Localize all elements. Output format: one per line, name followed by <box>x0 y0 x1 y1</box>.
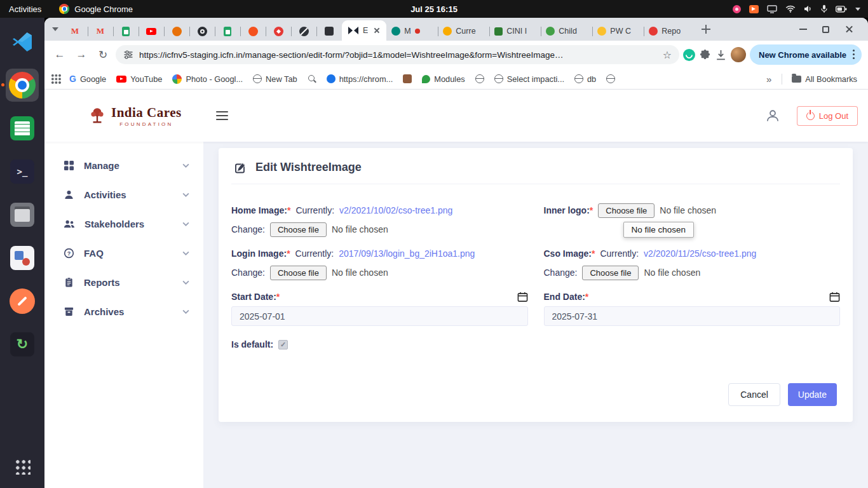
menu-kebab-icon[interactable] <box>853 50 855 60</box>
activities-button[interactable]: Activities <box>0 4 53 14</box>
bookmark-chromium[interactable]: https://chrom... <box>322 72 398 86</box>
tab-child[interactable]: Child <box>541 22 592 41</box>
cso-image-current-file-link[interactable]: v2/2020/11/25/cso-tree1.png <box>644 248 756 259</box>
chrome-update-button[interactable]: New Chrome available <box>750 44 862 65</box>
sidebar-item-archives[interactable]: Archives <box>44 297 203 326</box>
cso-image-choose-file-button[interactable]: Choose file <box>582 266 639 280</box>
home-image-choose-file-button[interactable]: Choose file <box>270 222 327 237</box>
user-profile-icon[interactable] <box>765 108 780 123</box>
apps-shortcut-icon[interactable] <box>51 74 61 84</box>
start-date-input[interactable] <box>231 306 528 326</box>
pinned-tab-6[interactable] <box>189 22 215 41</box>
tab-pw[interactable]: PW C <box>592 22 644 41</box>
sidebar-item-manage[interactable]: Manage <box>44 151 203 180</box>
pinned-tab-11[interactable] <box>316 22 342 41</box>
cancel-button[interactable]: Cancel <box>728 383 780 406</box>
volume-icon[interactable] <box>804 5 813 13</box>
extensions-puzzle-icon[interactable] <box>699 49 711 61</box>
focused-app-indicator[interactable]: Google Chrome <box>53 4 139 14</box>
dock-app-file-sync[interactable] <box>6 328 39 361</box>
sidebar-item-stakeholders[interactable]: Stakeholders <box>44 209 203 238</box>
tab-meet[interactable]: M <box>386 22 438 41</box>
home-image-current-file-link[interactable]: v2/2021/10/02/cso-tree1.png <box>339 205 452 215</box>
sidebar-item-faq[interactable]: ? FAQ <box>44 238 203 268</box>
screenshot-tool-icon[interactable] <box>749 5 759 13</box>
bookmark-misc[interactable] <box>398 72 416 85</box>
sidebar-toggle-hamburger-icon[interactable] <box>212 107 232 124</box>
pinned-tab-youtube[interactable] <box>139 22 164 41</box>
battery-icon[interactable] <box>836 6 847 13</box>
login-image-choose-file-button[interactable]: Choose file <box>270 266 327 280</box>
brown-square-favicon <box>403 74 412 83</box>
dock-app-rustdesk[interactable] <box>6 285 39 318</box>
login-image-current-file-link[interactable]: 2017/09/13/login_bg_2iH1oa1.png <box>339 248 475 259</box>
downloads-icon[interactable] <box>715 49 727 61</box>
end-date-input[interactable] <box>544 306 841 326</box>
back-button[interactable] <box>51 46 69 64</box>
wifi-icon[interactable] <box>785 5 796 13</box>
pinned-tab-gmail-1[interactable]: M <box>62 22 88 41</box>
dock-app-terminal[interactable] <box>6 155 39 188</box>
tab-repo[interactable]: Repo <box>644 22 695 41</box>
calendar-icon[interactable] <box>517 292 528 302</box>
bookmark-google[interactable]: GGoogle <box>65 72 111 86</box>
pinned-tab-sheets-2[interactable] <box>215 22 240 41</box>
bookmark-select-impact[interactable]: Select impacti... <box>490 72 569 86</box>
bookmark-globe-1[interactable] <box>471 72 489 85</box>
grammarly-extension-icon[interactable] <box>683 49 695 61</box>
tab-cini[interactable]: CINI I <box>489 22 541 41</box>
pinned-tab-sheets-1[interactable] <box>113 22 139 41</box>
forward-button[interactable] <box>72 46 90 64</box>
bookmark-modules[interactable]: Modules <box>417 72 469 86</box>
reload-button[interactable] <box>94 46 112 64</box>
update-button[interactable]: Update <box>788 383 837 406</box>
screen-record-indicator-icon[interactable] <box>733 5 741 13</box>
is-default-checkbox[interactable] <box>278 340 288 349</box>
close-window-icon[interactable] <box>844 25 854 34</box>
tab-search-caret-icon[interactable] <box>48 22 62 36</box>
clock[interactable]: Jul 25 16:15 <box>410 4 458 14</box>
pinned-tab-8[interactable] <box>240 22 266 41</box>
logout-button[interactable]: Log Out <box>797 106 858 126</box>
bookmark-globe-2[interactable] <box>602 72 620 85</box>
bookmark-db[interactable]: db <box>570 72 600 86</box>
dock-app-files[interactable] <box>6 198 39 231</box>
pinned-tab-10[interactable] <box>291 22 316 41</box>
minimize-icon[interactable] <box>799 29 807 30</box>
tray-chevron-icon[interactable] <box>855 8 860 11</box>
pinned-tab-9[interactable] <box>266 22 291 41</box>
sheets-icon <box>122 27 130 36</box>
bookmark-new-tab[interactable]: New Tab <box>248 72 302 86</box>
no-file-chosen-text: No file chosen <box>332 224 388 234</box>
show-applications-button[interactable] <box>6 450 39 483</box>
sidebar-item-reports[interactable]: Reports <box>44 268 203 297</box>
dock-app-image-viewer[interactable] <box>6 241 39 274</box>
calendar-icon[interactable] <box>829 292 840 302</box>
site-settings-icon[interactable] <box>123 50 133 60</box>
bookmark-photos[interactable]: Photo - Googl... <box>168 72 247 86</box>
tab-close-icon[interactable] <box>372 26 381 35</box>
bookmarks-overflow-chevron[interactable]: » <box>761 74 776 85</box>
profile-avatar[interactable] <box>731 47 746 62</box>
microphone-icon[interactable] <box>821 4 827 13</box>
pinned-tab-5[interactable] <box>164 22 189 41</box>
tab-curre[interactable]: Curre <box>438 22 489 41</box>
dock-app-libreoffice-calc[interactable] <box>6 112 39 145</box>
tab-title: Child <box>559 27 577 36</box>
inner-logo-choose-file-button[interactable]: Choose file <box>598 203 654 218</box>
bookmark-search[interactable] <box>303 72 321 85</box>
active-tab[interactable]: E <box>342 20 386 41</box>
pinned-tab-gmail-2[interactable]: M <box>88 22 113 41</box>
all-bookmarks-button[interactable]: All Bookmarks <box>787 72 862 86</box>
bookmark-star-icon[interactable] <box>663 49 672 61</box>
dock-app-vscode[interactable] <box>6 25 39 58</box>
sidebar-item-activities[interactable]: Activities <box>44 180 203 209</box>
dock-app-chrome[interactable] <box>6 69 39 102</box>
address-bar[interactable]: https://icfnv5-staging.icfn.in/manage-se… <box>116 45 679 64</box>
sidebar-item-label: Activities <box>84 189 126 200</box>
bookmark-youtube[interactable]: YouTube <box>112 72 166 86</box>
maximize-icon[interactable] <box>822 26 829 33</box>
display-icon[interactable] <box>767 5 777 13</box>
new-tab-button[interactable] <box>698 21 714 37</box>
brand-logo[interactable]: India Cares FOUNDATION <box>89 105 182 127</box>
